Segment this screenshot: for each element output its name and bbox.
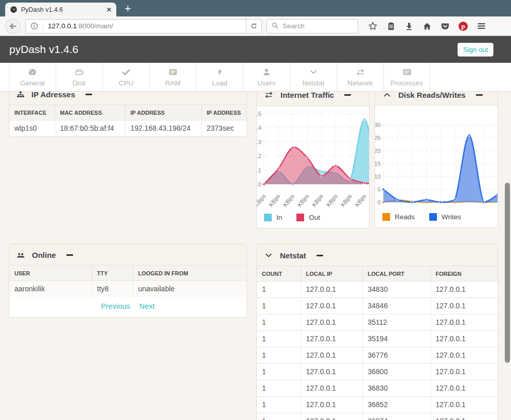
nav-item-label: Users: [257, 79, 275, 87]
home-icon[interactable]: [422, 22, 432, 31]
table-cell: 127.0.0.1: [430, 314, 498, 331]
collapse-button[interactable]: [344, 94, 351, 96]
legend-label: Reads: [395, 213, 415, 221]
check-icon: [121, 67, 131, 77]
table-cell: 127.0.0.1: [301, 380, 362, 397]
chevron-down-icon: [264, 251, 273, 260]
nav-item-load[interactable]: Load: [196, 63, 243, 91]
sitemap-icon: [16, 92, 25, 99]
collapse-button[interactable]: [66, 254, 73, 256]
online-users-table: USERTTYLOOGED IN FROMaaronkiliktty8unava…: [9, 266, 246, 297]
back-button[interactable]: [5, 19, 21, 34]
app-header: pyDash v1.4.6 Sign out: [0, 36, 511, 63]
svg-text:KBps: KBps: [268, 193, 281, 208]
svg-text:25: 25: [375, 135, 381, 141]
table-cell: 127.0.0.1: [301, 298, 362, 314]
svg-text:KBps: KBps: [368, 193, 369, 208]
exchange-icon: [264, 92, 274, 100]
nav-item-disk[interactable]: Disk: [56, 63, 102, 91]
panel-title: Disk Reads/Writes: [398, 92, 466, 99]
browser-tab-strip: PyDash v1.4.6 ✕ +: [0, 0, 511, 16]
table-header-row: INTERFACEMAC ADDRESSIP ADDRESSIP ADDRESS: [9, 105, 246, 120]
pocket-icon[interactable]: [440, 22, 450, 31]
table-cell: 1: [257, 397, 301, 413]
legend-label: In: [276, 214, 282, 221]
column-header: MAC ADDRESS: [55, 105, 125, 120]
tab-close-icon[interactable]: ✕: [107, 6, 112, 13]
table-row: 1127.0.0.136852127.0.0.1: [257, 397, 498, 413]
user-icon: [262, 67, 271, 77]
table-row: wlp1s018:67:b0:5b:af:f4192.168.43.198/24…: [9, 120, 246, 137]
bookmark-star-icon[interactable]: [368, 21, 378, 31]
column-header: TTY: [92, 266, 133, 281]
next-page-link[interactable]: Next: [139, 302, 155, 310]
collapse-button[interactable]: [476, 94, 483, 96]
new-tab-button[interactable]: +: [125, 3, 131, 14]
download-icon[interactable]: [404, 22, 414, 31]
previous-page-link[interactable]: Previous: [101, 302, 130, 310]
page-info-icon[interactable]: [30, 22, 39, 30]
search-input[interactable]: Search: [267, 19, 358, 33]
internet-traffic-panel: Internet Traffic 0.00.10.20.30.40.5KBpsK…: [256, 92, 369, 229]
table-cell: 192.168.43.198/24: [125, 120, 201, 137]
table-cell: 35194: [362, 331, 430, 347]
svg-text:0.1: 0.1: [256, 167, 261, 173]
legend-item-writes: Writes: [429, 213, 461, 221]
table-cell: 36800: [362, 364, 430, 380]
column-header: LOOGED IN FROM: [133, 266, 246, 281]
disk-reads-writes-panel-header: Disk Reads/Writes: [375, 92, 498, 106]
ip-addresses-panel: IP Adresses INTERFACEMAC ADDRESSIP ADDRE…: [9, 92, 247, 137]
url-bar[interactable]: 127.0.0.1:8000/main/: [25, 19, 262, 33]
table-row: 1127.0.0.134846127.0.0.1: [257, 298, 498, 314]
nav-item-ram[interactable]: RAM: [149, 63, 196, 91]
netstat-table: COUNTLOCAL IPLOCAL PORTFOREIGN1127.0.0.1…: [257, 266, 498, 420]
ip-addresses-table: INTERFACEMAC ADDRESSIP ADDRESSIP ADDRESS…: [9, 105, 246, 136]
nav-item-users[interactable]: Users: [243, 63, 290, 91]
table-cell: 127.0.0.1: [430, 413, 498, 420]
nav-item-netstat[interactable]: Netstat: [290, 63, 337, 91]
svg-text:10: 10: [375, 173, 381, 180]
panel-title: IP Adresses: [31, 92, 75, 99]
table-cell: 127.0.0.1: [301, 413, 362, 420]
table-cell: unavailable: [133, 281, 246, 297]
table-cell: 1: [257, 298, 301, 314]
nav-item-network[interactable]: Network: [337, 63, 383, 91]
nav-item-cpu[interactable]: CPU: [102, 63, 149, 91]
collapse-button[interactable]: [316, 255, 323, 256]
chevron-up-icon: [382, 92, 392, 99]
svg-text:KBps: KBps: [325, 193, 339, 208]
table-cell: 36830: [362, 380, 430, 397]
table-cell: 34830: [362, 282, 430, 298]
toolbar-icons: p: [368, 21, 486, 31]
collapse-button[interactable]: [85, 94, 92, 95]
nav-item-label: Network: [347, 79, 373, 87]
table-cell: 2373sec: [201, 120, 246, 137]
nav-item-processes[interactable]: Processes: [383, 63, 430, 91]
clipboard-icon[interactable]: [386, 22, 396, 31]
netstat-panel: Netstat COUNTLOCAL IPLOCAL PORTFOREIGN11…: [256, 244, 498, 420]
internet-traffic-chart: 0.00.10.20.30.40.5KBpsKBpsKBpsKBpsKBpsKB…: [256, 106, 369, 213]
column-header: LOCAL PORT: [362, 266, 430, 282]
svg-text:KBps: KBps: [354, 193, 367, 208]
menu-icon[interactable]: [477, 21, 486, 31]
table-header-row: USERTTYLOOGED IN FROM: [9, 266, 246, 281]
table-row: 1127.0.0.136800127.0.0.1: [257, 364, 498, 380]
scrollbar-thumb[interactable]: [505, 183, 510, 363]
sign-out-button[interactable]: Sign out: [457, 43, 494, 57]
column-header: USER: [9, 266, 92, 281]
svg-text:0.2: 0.2: [256, 153, 261, 159]
app-title: pyDash v1.4.6: [9, 43, 78, 56]
pydash-favicon-icon: [10, 6, 17, 13]
nav-item-label: Netstat: [303, 79, 325, 87]
table-cell: 1: [257, 282, 301, 298]
column-header: LOCAL IP: [301, 266, 362, 282]
nav-item-general[interactable]: General: [9, 63, 56, 91]
table-row: 1127.0.0.135194127.0.0.1: [257, 331, 498, 347]
reload-button[interactable]: [246, 20, 261, 33]
online-panel: Online USERTTYLOOGED IN FROMaaronkiliktt…: [9, 244, 247, 318]
browser-tab[interactable]: PyDash v1.4.6 ✕: [5, 3, 116, 16]
column-header: INTERFACE: [9, 105, 55, 120]
table-cell: 127.0.0.1: [430, 347, 498, 364]
pinterest-icon[interactable]: p: [459, 22, 468, 31]
internet-traffic-legend: InOut: [257, 213, 369, 228]
